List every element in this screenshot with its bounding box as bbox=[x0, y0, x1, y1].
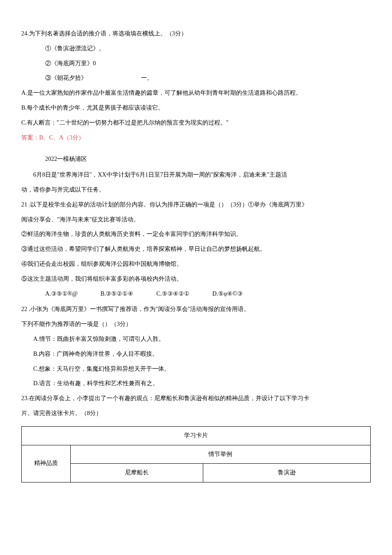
q21-opt-b: B.③⑤②①④ bbox=[101, 288, 134, 301]
table-title: 学习卡片 bbox=[22, 426, 371, 445]
q23-stem-2: 片。请完善这张卡片。（8分） bbox=[21, 407, 371, 420]
q21-opt-a: A.③⑤①®@ bbox=[45, 288, 78, 301]
q21-stem-1: 21 .以下是校学生会起草的活动计划的部分内容。你认为排序正确的一项是（）（3分… bbox=[21, 198, 371, 212]
q24-opt-a: A.是一位大家熟知的作家作品中最富生活情趣的篇章，可了解他从幼年到青年时期的生活… bbox=[21, 87, 371, 100]
section-intro: 6月8日是"世界海洋日"，XX中学计划于6月1日至7日开展为期一周的"探索海洋，… bbox=[21, 169, 371, 182]
q22-opt-b: B.内容：广阔神奇的海洋世界，令人目不暇接。 bbox=[21, 348, 371, 361]
q21-seq-3: ③通过这些活动，希望同学们了解人类航海史，培养探索精神，早日让自己的梦想扬帆起航… bbox=[21, 243, 371, 256]
q22-stem-1: 22 .小张为《海底两万里》一书撰写了推荐语，作为"阅读分享会"活动海报的宣传用… bbox=[21, 303, 371, 316]
intro-line1: 6月8日是"世界海洋日"，XX中学计划于6月1日至7日开展为期一周的"探索海洋，… bbox=[21, 169, 287, 182]
q21-opt-d: D.⑤φ④©③ bbox=[212, 288, 242, 301]
q24-item-3-text: ③《朝花夕拾》 bbox=[45, 75, 87, 81]
q22-stem-2: 下列不能作为推荐语的一项是（）（3分） bbox=[21, 318, 371, 331]
q24-opt-b: B.每个成长中的青少年，尤其是男孩子都应该读读它。 bbox=[21, 102, 371, 115]
q21-options: A.③⑤①®@ B.③⑤②①④ C.⑤③④②① D.⑤φ④©③ bbox=[21, 288, 371, 301]
q24-opt-c: C.有人断言："二十世纪的一切努力都不过是把凡尔纳的预言变为现实的过程。" bbox=[21, 116, 371, 130]
table-col-nemo: 尼摩船长 bbox=[70, 464, 203, 482]
q24-stem: 24.为下列名著选择合适的推介语，将选项填在横线上。（3分） bbox=[21, 27, 371, 41]
q21-opt-c: C.⑤③④②① bbox=[156, 288, 190, 301]
table-col-robinson: 鲁滨逊 bbox=[203, 464, 370, 482]
q21-seq-2: ②鲜活的海洋生物，珍贵的人类航海历史资料，一定会丰富同学们的海洋科学知识。 bbox=[21, 228, 371, 241]
table-col-examples: 情节举例 bbox=[70, 445, 370, 464]
q24-answer: 答案：B、C、A（3分） bbox=[21, 131, 371, 145]
q24-item-3: ③《朝花夕拾》 一。 bbox=[21, 72, 371, 85]
section-title: 2022一模杨浦区 bbox=[21, 153, 371, 166]
table-col-quality: 精神品质 bbox=[22, 445, 71, 482]
q21-seq-4: ④我们还会走出校园，组织参观海洋公园和中国航海博物馆。 bbox=[21, 258, 371, 271]
study-card-table: 学习卡片 精神品质 情节举例 尼摩船长 鲁滨逊 bbox=[21, 426, 371, 482]
q24-item-1: ①《鲁滨逊漂流记》。 bbox=[21, 42, 371, 55]
q24-item-2: ②《海底两万里》0 bbox=[21, 57, 371, 70]
intro-line2: 动，请你参与并完成以下任务。 bbox=[21, 183, 371, 197]
q21-seq-5: ⑤这次主题活动周，我们将组织丰富多彩的各项校内外活动。 bbox=[21, 273, 371, 286]
q23-stem-1: 23.在阅读分享会上，小李提出了一个有趣的观点：尼摩船长和鲁滨逊有相似的精神品质… bbox=[21, 392, 371, 405]
q22-opt-a: A.情节：既曲折丰富又惊险刺激，可谓引人入胜。 bbox=[21, 333, 371, 346]
q22-opt-c: C.想象：天马行空，集魔幻怪异和异想天开于一体。 bbox=[21, 363, 371, 376]
q22-opt-d: D.语言：生动有趣，科学性和艺术性兼而有之。 bbox=[21, 377, 371, 390]
q21-stem-2: 阅读分享会、"海洋与未来"征文比赛等活动。 bbox=[21, 213, 371, 227]
q24-item-3-tail: 一。 bbox=[141, 75, 153, 81]
